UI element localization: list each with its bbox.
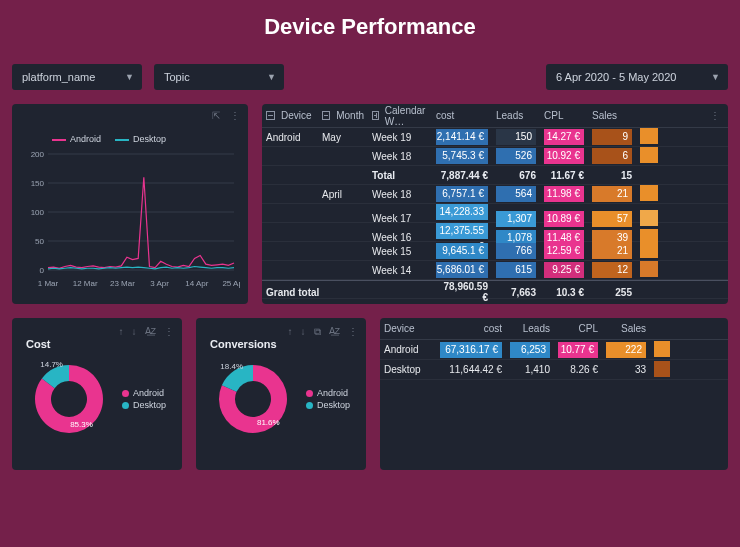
az-icon[interactable]: A͟Z bbox=[145, 326, 157, 337]
pivot-table: ⋮ Device Month Calendar W… cost Leads CP… bbox=[262, 104, 728, 304]
chart-icon[interactable]: ⧉ bbox=[314, 326, 321, 338]
table-row: Week 145,686.01 €6159.25 €12 bbox=[262, 261, 728, 280]
svg-text:18.4%: 18.4% bbox=[220, 362, 243, 371]
svg-text:14 Apr: 14 Apr bbox=[185, 279, 208, 288]
svg-text:14.7%: 14.7% bbox=[40, 360, 63, 369]
chevron-down-icon: ▼ bbox=[267, 72, 276, 82]
sort-up-icon[interactable]: ↑ bbox=[288, 326, 293, 338]
donut-legend: Android Desktop bbox=[122, 386, 166, 412]
more-icon[interactable]: ⋮ bbox=[230, 110, 240, 121]
svg-text:85.3%: 85.3% bbox=[70, 420, 93, 429]
table-row: Week 185,745.3 €52610.92 €6 bbox=[262, 147, 728, 166]
svg-text:3 Apr: 3 Apr bbox=[150, 279, 169, 288]
donut-chart: 81.6%18.4% bbox=[208, 354, 298, 444]
table-row: Desktop11,644.42 €1,4108.26 €33 bbox=[380, 360, 728, 380]
more-icon[interactable]: ⋮ bbox=[710, 110, 720, 121]
svg-text:200: 200 bbox=[31, 150, 45, 159]
filter-platform[interactable]: platform_name ▼ bbox=[12, 64, 142, 90]
filter-topic[interactable]: Topic ▼ bbox=[154, 64, 284, 90]
donut-legend: Android Desktop bbox=[306, 386, 350, 412]
more-icon[interactable]: ⋮ bbox=[348, 326, 358, 338]
table-row: Week 1714,228.33 €1,30710.89 €57 bbox=[262, 204, 728, 223]
cost-donut-panel: ↑ ↓ A͟Z ⋮ Cost 85.3%14.7% Android Deskto… bbox=[12, 318, 182, 470]
summary-table: Device cost Leads CPL Sales Android67,31… bbox=[380, 318, 728, 470]
svg-text:25 Apr: 25 Apr bbox=[222, 279, 240, 288]
filter-bar: platform_name ▼ Topic ▼ 6 Apr 2020 - 5 M… bbox=[0, 64, 740, 104]
collapse-icon[interactable] bbox=[266, 111, 275, 120]
table-row: AprilWeek 186,757.1 €56411.98 €21 bbox=[262, 185, 728, 204]
sort-down-icon[interactable]: ↓ bbox=[132, 326, 137, 337]
svg-text:0: 0 bbox=[40, 266, 45, 275]
sort-down-icon[interactable]: ↓ bbox=[301, 326, 306, 338]
svg-text:1 Mar: 1 Mar bbox=[38, 279, 59, 288]
conversions-donut-panel: ↑ ↓ ⧉ A͟Z ⋮ Conversions 81.6%18.4% Andro… bbox=[196, 318, 366, 470]
grand-total-row: Grand total 78,960.59 € 7,663 10.3 € 255 bbox=[262, 280, 728, 299]
table-header: Device cost Leads CPL Sales bbox=[380, 318, 728, 340]
filter-date-range[interactable]: 6 Apr 2020 - 5 May 2020 ▼ bbox=[546, 64, 728, 90]
chevron-down-icon: ▼ bbox=[711, 72, 720, 82]
table-header: Device Month Calendar W… cost Leads CPL … bbox=[262, 104, 728, 128]
expand-icon[interactable] bbox=[372, 111, 379, 120]
svg-text:81.6%: 81.6% bbox=[257, 418, 280, 427]
share-icon[interactable]: ⇱ bbox=[212, 110, 220, 121]
svg-text:100: 100 bbox=[31, 208, 45, 217]
collapse-icon[interactable] bbox=[322, 111, 330, 120]
svg-text:150: 150 bbox=[31, 179, 45, 188]
filter-platform-label: platform_name bbox=[22, 71, 95, 83]
svg-text:50: 50 bbox=[35, 237, 44, 246]
filter-topic-label: Topic bbox=[164, 71, 190, 83]
az-icon[interactable]: A͟Z bbox=[329, 326, 341, 338]
line-chart-panel: ⇱ ⋮ Android Desktop 0501001502001 Mar12 … bbox=[12, 104, 248, 304]
donut-chart: 85.3%14.7% bbox=[24, 354, 114, 444]
page-title: Device Performance bbox=[0, 0, 740, 64]
svg-text:23 Mar: 23 Mar bbox=[110, 279, 135, 288]
sort-up-icon[interactable]: ↑ bbox=[119, 326, 124, 337]
table-row: AndroidMayWeek 192,141.14 €15014.27 €9 bbox=[262, 128, 728, 147]
table-row: Week 159,645.1 €76612.59 €21 bbox=[262, 242, 728, 261]
table-row: Android67,316.17 €6,25310.77 €222 bbox=[380, 340, 728, 360]
line-legend: Android Desktop bbox=[52, 134, 166, 144]
svg-text:12 Mar: 12 Mar bbox=[73, 279, 98, 288]
more-icon[interactable]: ⋮ bbox=[164, 326, 174, 337]
filter-date-label: 6 Apr 2020 - 5 May 2020 bbox=[556, 71, 676, 83]
table-row: Total7,887.44 €67611.67 €15 bbox=[262, 166, 728, 185]
chevron-down-icon: ▼ bbox=[125, 72, 134, 82]
